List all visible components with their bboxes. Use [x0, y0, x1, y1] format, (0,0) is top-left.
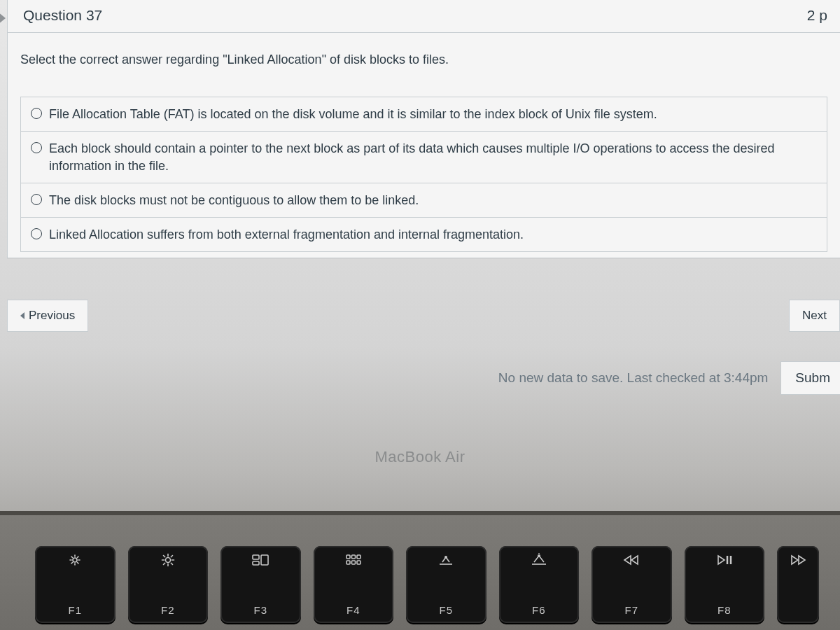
chevron-left-icon [20, 312, 24, 319]
key-label: F5 [406, 604, 486, 616]
submit-quiz-button[interactable]: Subm [780, 361, 840, 395]
key-label: F1 [35, 604, 115, 616]
key-label: F6 [499, 604, 580, 616]
forward-icon [777, 553, 819, 569]
svg-rect-23 [357, 555, 360, 559]
key-f6: F6 [499, 546, 580, 623]
key-f4: F4 [314, 546, 394, 623]
svg-marker-33 [631, 556, 638, 564]
radio-icon[interactable] [31, 142, 42, 153]
keyboard-function-row: F1 F2 F3 F4 F5 F6 F7 [0, 511, 840, 630]
answer-text: File Allocation Table (FAT) is located o… [49, 106, 657, 122]
answer-option[interactable]: The disk blocks must not be contiguous t… [21, 183, 827, 218]
answer-text: Linked Allocation suffers from both exte… [49, 226, 524, 243]
question-card: Question 37 2 p Select the correct answe… [7, 0, 840, 258]
radio-icon[interactable] [31, 108, 42, 119]
collapse-chevron-icon[interactable] [0, 13, 6, 24]
svg-marker-34 [718, 556, 724, 564]
answer-text: Each block should contain a pointer to t… [49, 140, 817, 174]
svg-rect-25 [351, 561, 355, 564]
laptop-brand-label: MacBook Air [0, 448, 840, 466]
question-nav: Previous Next [7, 300, 840, 332]
keyboard-dim-icon [406, 553, 486, 569]
previous-label: Previous [29, 309, 75, 323]
key-label: F3 [220, 604, 301, 616]
svg-line-17 [163, 563, 164, 564]
svg-point-9 [165, 558, 170, 563]
svg-marker-38 [799, 556, 805, 564]
svg-line-6 [78, 563, 79, 564]
svg-line-15 [171, 563, 172, 564]
key-label: F2 [128, 604, 209, 616]
rewind-icon [592, 553, 672, 569]
save-status-text: No new data to save. Last checked at 3:4… [498, 370, 769, 386]
save-status-row: No new data to save. Last checked at 3:4… [7, 361, 840, 395]
key-f1: F1 [35, 546, 115, 623]
answer-option[interactable]: Linked Allocation suffers from both exte… [21, 218, 827, 252]
radio-icon[interactable] [31, 194, 42, 205]
previous-button[interactable]: Previous [7, 300, 88, 332]
question-number: Question 37 [23, 7, 102, 24]
key-f5: F5 [406, 546, 486, 623]
svg-line-5 [71, 556, 73, 558]
question-points: 2 p [807, 7, 827, 24]
svg-point-30 [538, 555, 540, 556]
launchpad-icon [314, 553, 394, 569]
svg-rect-26 [357, 561, 360, 564]
answer-options: File Allocation Table (FAT) is located o… [20, 97, 827, 252]
next-button[interactable]: Next [789, 300, 840, 332]
svg-line-8 [71, 563, 73, 564]
svg-line-16 [171, 556, 172, 557]
svg-marker-32 [624, 556, 631, 564]
answer-option[interactable]: File Allocation Table (FAT) is located o… [21, 97, 827, 132]
svg-rect-22 [351, 555, 355, 559]
key-f9-partial [777, 546, 819, 623]
key-label: F8 [685, 604, 765, 616]
radio-icon[interactable] [31, 228, 42, 239]
key-f7: F7 [592, 546, 672, 623]
answer-text: The disk blocks must not be contiguous t… [49, 192, 419, 209]
question-header: Question 37 2 p [8, 0, 840, 33]
play-pause-icon [685, 553, 765, 569]
keyboard-bright-icon [499, 553, 580, 569]
svg-rect-24 [346, 561, 350, 564]
svg-point-28 [445, 556, 447, 558]
svg-rect-19 [261, 555, 268, 565]
brightness-up-icon [128, 553, 209, 569]
key-label: F4 [314, 604, 394, 616]
svg-line-14 [163, 556, 164, 557]
svg-rect-21 [346, 555, 350, 559]
svg-rect-20 [253, 561, 259, 565]
key-f2: F2 [128, 546, 209, 623]
brightness-down-icon [35, 553, 115, 569]
key-label: F7 [592, 604, 672, 616]
svg-point-0 [73, 558, 77, 562]
key-f3: F3 [220, 546, 301, 623]
mission-control-icon [220, 553, 301, 569]
answer-option[interactable]: Each block should contain a pointer to t… [21, 132, 827, 183]
question-body: Select the correct answer regarding "Lin… [8, 33, 840, 258]
question-prompt: Select the correct answer regarding "Lin… [20, 52, 827, 67]
key-f8: F8 [685, 546, 765, 623]
svg-line-7 [78, 556, 79, 558]
next-label: Next [802, 309, 827, 323]
svg-marker-37 [792, 556, 798, 564]
submit-label: Subm [795, 370, 830, 385]
svg-rect-18 [253, 555, 259, 559]
